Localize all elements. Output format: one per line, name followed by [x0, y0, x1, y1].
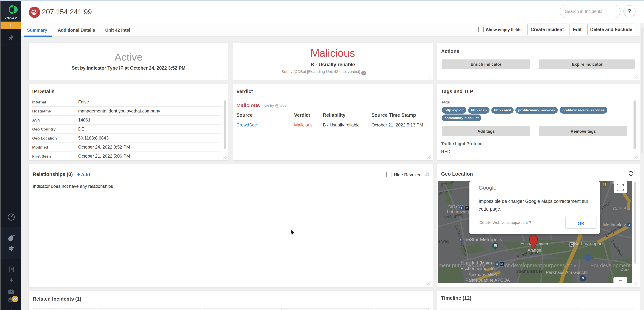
svg-text:Ce site Web vous appartient ?: Ce site Web vous appartient ? [479, 220, 531, 225]
svg-text:Google: Google [479, 185, 496, 191]
svg-text:OK: OK [578, 221, 585, 226]
svg-text:Impossible de charger Google M: Impossible de charger Google Maps correc… [479, 199, 588, 204]
svg-text:cette page.: cette page. [479, 206, 502, 211]
svg-text:XSOAR: XSOAR [4, 17, 17, 20]
